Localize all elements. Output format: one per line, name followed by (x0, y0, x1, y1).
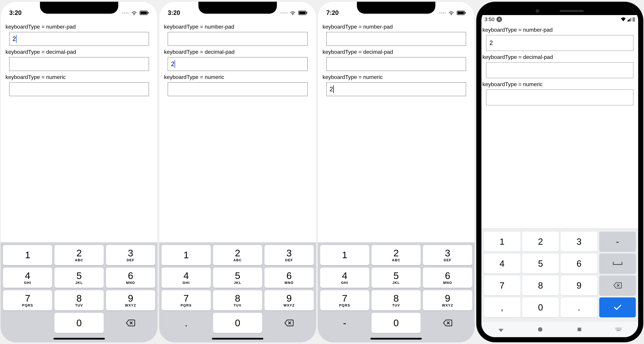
field-label-number-pad: keyboardType = number-pad (1, 24, 158, 32)
key-2[interactable]: 2ABC (372, 245, 420, 265)
numeric-input[interactable] (168, 82, 307, 96)
home-indicator[interactable] (212, 338, 263, 340)
nav-back-button[interactable] (497, 326, 505, 333)
svg-rect-17 (620, 328, 621, 329)
battery-icon (298, 10, 308, 15)
key-minus[interactable]: - (599, 232, 636, 252)
home-indicator[interactable] (370, 338, 422, 340)
key-comma[interactable]: , (484, 298, 520, 317)
key-1[interactable]: 1 (484, 232, 520, 252)
field-label-decimal-pad: keyboardType = decimal-pad (1, 49, 158, 57)
key-1[interactable]: 1 (162, 245, 210, 265)
key-8[interactable]: 8 (522, 276, 559, 295)
nav-keyboard-button[interactable] (615, 326, 622, 333)
field-label-numeric: keyboardType = numeric (318, 74, 474, 82)
key-5[interactable]: 5JKL (372, 268, 420, 288)
svg-rect-15 (618, 328, 619, 329)
key-hyphen[interactable]: - (320, 313, 369, 333)
nav-home-button[interactable] (536, 326, 544, 333)
check-icon (614, 304, 622, 311)
svg-rect-7 (458, 12, 464, 14)
number-pad-input[interactable]: 2 (486, 35, 634, 51)
backspace-icon (443, 319, 453, 327)
field-label-number-pad: keyboardType = number-pad (159, 24, 316, 32)
key-4[interactable]: 4GHI (162, 268, 210, 288)
key-done[interactable] (599, 298, 636, 317)
key-8[interactable]: 8TUV (372, 290, 420, 311)
decimal-pad-input[interactable] (9, 57, 149, 71)
key-6[interactable]: 6MNO (264, 268, 314, 288)
key-9[interactable]: 9WXYZ (423, 290, 472, 311)
svg-rect-9 (632, 18, 635, 21)
key-3[interactable]: 3DEF (264, 245, 314, 265)
svg-rect-12 (578, 328, 581, 331)
content-area: keyboardType = number-pad keyboardType =… (159, 20, 316, 243)
numeric-input[interactable] (486, 89, 634, 105)
key-2[interactable]: 2ABC (213, 245, 262, 265)
home-indicator[interactable] (54, 338, 105, 340)
nav-recent-button[interactable] (576, 326, 583, 333)
svg-rect-18 (616, 329, 616, 330)
key-9[interactable]: 9WXYZ (264, 290, 314, 311)
svg-rect-13 (616, 328, 616, 329)
key-3[interactable]: 3DEF (423, 245, 472, 265)
key-4[interactable]: 4 (484, 254, 520, 274)
ios-keyboard-decimal-pad: 1 2ABC 3DEF 4GHI 5JKL 6MNO 7PQRS 8TUV 9W… (159, 243, 316, 342)
key-7[interactable]: 7PQRS (162, 290, 210, 311)
decimal-pad-input[interactable]: 2 (168, 57, 307, 71)
key-1[interactable]: 1 (3, 245, 52, 265)
number-pad-input[interactable] (326, 32, 466, 46)
numeric-input[interactable] (9, 82, 149, 96)
svg-rect-14 (617, 328, 618, 329)
key-7[interactable]: 7 (484, 276, 520, 295)
key-6[interactable]: 6MNO (106, 268, 155, 288)
key-backspace[interactable] (599, 276, 636, 295)
key-0[interactable]: 0 (213, 313, 262, 333)
key-8[interactable]: 8TUV (213, 290, 262, 311)
number-pad-input[interactable]: 2 (9, 32, 149, 46)
key-5[interactable]: 5JKL (213, 268, 262, 288)
svg-rect-2 (148, 12, 149, 13)
key-4[interactable]: 4GHI (320, 268, 369, 288)
numeric-input[interactable]: 2 (326, 82, 466, 96)
key-6[interactable]: 6MNO (423, 268, 472, 288)
key-period[interactable]: . (561, 298, 597, 317)
key-backspace[interactable] (106, 313, 155, 333)
key-space[interactable] (599, 254, 636, 274)
decimal-pad-input[interactable] (486, 62, 634, 78)
key-backspace[interactable] (423, 313, 472, 333)
battery-icon (140, 10, 149, 15)
key-8[interactable]: 8TUV (54, 290, 104, 311)
key-0[interactable]: 0 (522, 298, 559, 317)
wifi-icon (448, 10, 454, 15)
android-phone-frame: 3:50 Λ keyboardType = number-pad 2 keybo… (476, 2, 643, 342)
svg-rect-19 (617, 329, 618, 330)
decimal-pad-input[interactable] (326, 57, 466, 71)
key-3[interactable]: 3 (561, 232, 597, 252)
key-6[interactable]: 6 (561, 254, 597, 274)
key-0[interactable]: 0 (54, 313, 104, 333)
android-nav-bar (482, 322, 638, 337)
key-backspace[interactable] (264, 313, 314, 333)
key-0[interactable]: 0 (372, 313, 420, 333)
key-1[interactable]: 1 (320, 245, 369, 265)
key-5[interactable]: 5 (522, 254, 559, 274)
key-5[interactable]: 5JKL (54, 268, 104, 288)
expo-badge-icon: Λ (496, 16, 502, 22)
key-3[interactable]: 3DEF (106, 245, 155, 265)
key-period[interactable]: . (162, 313, 210, 333)
svg-rect-21 (619, 329, 620, 330)
key-9[interactable]: 9 (561, 276, 597, 295)
status-time: 3:20 (168, 9, 180, 16)
svg-rect-23 (616, 330, 620, 331)
number-pad-input[interactable] (168, 32, 307, 46)
key-7[interactable]: 7PQRS (320, 290, 369, 311)
key-2[interactable]: 2ABC (54, 245, 104, 265)
content-area: keyboardType = number-pad keyboardType =… (318, 20, 474, 243)
key-7[interactable]: 7PQRS (3, 290, 52, 311)
svg-rect-10 (633, 17, 634, 18)
key-4[interactable]: 4GHI (3, 268, 52, 288)
key-9[interactable]: 9WXYZ (106, 290, 155, 311)
key-2[interactable]: 2 (522, 232, 559, 252)
camera-icon (536, 9, 539, 13)
